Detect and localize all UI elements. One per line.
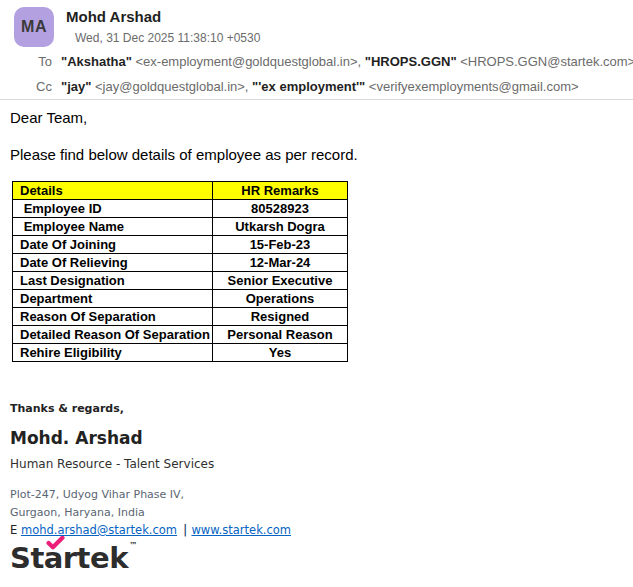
signature-contact-line: E mohd.arshad@startek.com|www.startek.co…	[10, 522, 291, 537]
trademark-symbol: ™	[129, 541, 137, 550]
row-value: Personal Reason	[213, 326, 348, 344]
cc-label: Cc	[0, 79, 52, 94]
row-value: Senior Executive	[213, 272, 348, 290]
row-label: Detailed Reason Of Separation	[13, 326, 213, 344]
table-row: Date Of Joining 15-Feb-23	[13, 236, 348, 254]
row-value: Operations	[213, 290, 348, 308]
table-row: Rehire Eligibility Yes	[13, 344, 348, 362]
table-row: Employee Name Utkarsh Dogra	[13, 218, 348, 236]
sent-date: Wed, 31 Dec 2025 11:38:10 +0530	[75, 31, 260, 45]
contact-separator: |	[183, 522, 187, 537]
row-label: Rehire Eligibility	[13, 344, 213, 362]
cc-row: Cc"jay" <jay@goldquestglobal.in>, "'ex e…	[0, 79, 579, 94]
header-divider	[0, 99, 633, 100]
recipient-email: <verifyexemployments@gmail.com>	[369, 79, 579, 94]
email-link[interactable]: mohd.arshad@startek.com	[21, 523, 177, 537]
recipient-email: <jay@goldquestglobal.in>,	[95, 79, 248, 94]
signature-address-line2: Gurgaon, Haryana, India	[10, 506, 145, 519]
recipient-name: "'ex employment'"	[252, 79, 365, 94]
sender-name: Mohd Arshad	[66, 8, 161, 25]
row-value: Yes	[213, 344, 348, 362]
signature-name: Mohd. Arshad	[10, 428, 143, 448]
table-row: Employee ID 80528923	[13, 200, 348, 218]
table-row: Detailed Reason Of Separation Personal R…	[13, 326, 348, 344]
recipient-name: "Akshatha"	[61, 54, 132, 69]
recipient-name: "HROPS.GGN"	[365, 54, 457, 69]
row-value: Utkarsh Dogra	[213, 218, 348, 236]
avatar: MA	[14, 7, 54, 47]
recipient-email: <ex-employment@goldquestglobal.in>,	[135, 54, 361, 69]
row-label: Employee ID	[13, 200, 213, 218]
row-label: Date Of Joining	[13, 236, 213, 254]
recipient-email: <HROPS.GGN@startek.com>	[460, 54, 633, 69]
cc-recipients: "jay" <jay@goldquestglobal.in>, "'ex emp…	[61, 79, 579, 94]
row-label: Employee Name	[13, 218, 213, 236]
startek-logo: Startek™	[10, 541, 137, 575]
email-prefix-label: E	[10, 523, 17, 537]
row-value: 80528923	[213, 200, 348, 218]
table-row: Last Designation Senior Executive	[13, 272, 348, 290]
startek-logo-text: Startek	[10, 541, 128, 575]
column-header-hr-remarks: HR Remarks	[213, 182, 348, 200]
website-link[interactable]: www.startek.com	[191, 523, 291, 537]
row-label: Reason Of Separation	[13, 308, 213, 326]
email-view: MA Mohd Arshad Wed, 31 Dec 2025 11:38:10…	[0, 0, 633, 587]
column-header-details: Details	[13, 182, 213, 200]
employee-details-table: Details HR Remarks Employee ID 80528923 …	[12, 181, 348, 362]
row-value: Resigned	[213, 308, 348, 326]
table-row: Date Of Relieving 12-Mar-24	[13, 254, 348, 272]
signature-title: Human Resource - Talent Services	[10, 457, 214, 471]
signature-address-line1: Plot-247, Udyog Vihar Phase IV,	[10, 488, 184, 501]
intro-text: Please find below details of employee as…	[10, 146, 358, 163]
to-recipients: "Akshatha" <ex-employment@goldquestgloba…	[61, 54, 633, 69]
row-label: Department	[13, 290, 213, 308]
recipient-name: "jay"	[61, 79, 91, 94]
table-header-row: Details HR Remarks	[13, 182, 348, 200]
to-row: To"Akshatha" <ex-employment@goldquestglo…	[0, 54, 633, 69]
row-value: 12-Mar-24	[213, 254, 348, 272]
row-label: Last Designation	[13, 272, 213, 290]
to-label: To	[0, 54, 52, 69]
table-row: Department Operations	[13, 290, 348, 308]
row-value: 15-Feb-23	[213, 236, 348, 254]
table-row: Reason Of Separation Resigned	[13, 308, 348, 326]
signature-closing: Thanks & regards,	[10, 402, 124, 415]
row-label: Date Of Relieving	[13, 254, 213, 272]
greeting-text: Dear Team,	[10, 109, 87, 126]
